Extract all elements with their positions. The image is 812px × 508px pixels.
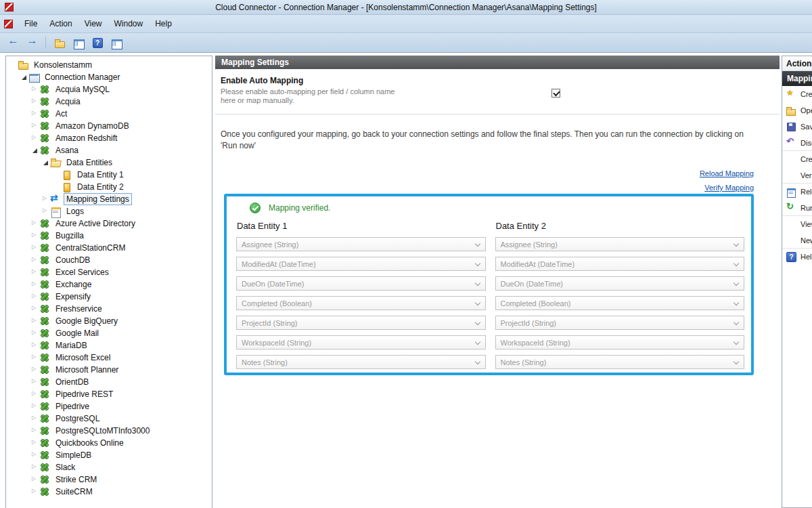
field-dropdown[interactable]: Completed (Boolean) (495, 296, 745, 310)
tree-node[interactable]: PostgreSQLtoMTInfo3000 (6, 425, 212, 437)
tree-node[interactable]: SuiteCRM (6, 486, 212, 498)
expand-arrow-icon[interactable] (30, 328, 39, 339)
tree-node[interactable]: Exchange (6, 278, 212, 291)
expand-arrow-icon[interactable] (30, 218, 39, 229)
action-item[interactable]: Help (782, 249, 812, 265)
expand-arrow-icon[interactable] (30, 413, 39, 424)
field-dropdown[interactable]: ProjectId (String) (495, 316, 745, 330)
back-button[interactable] (5, 35, 21, 50)
action-item[interactable]: Discard (782, 135, 812, 151)
tree-node[interactable]: Strike CRM (6, 473, 212, 486)
action-item[interactable]: Create (782, 86, 812, 102)
expand-arrow-icon[interactable] (30, 389, 39, 400)
tree-node[interactable]: Google Mail (6, 327, 212, 339)
tree-node[interactable]: Data Entity 1 (6, 169, 212, 181)
expand-arrow-icon[interactable] (30, 84, 39, 95)
tree-node[interactable]: Data Entities (6, 156, 212, 169)
expand-arrow-icon[interactable] (30, 401, 39, 412)
expand-arrow-icon[interactable] (41, 157, 50, 168)
tree-node[interactable]: Pipedrive REST (6, 388, 212, 400)
tree-node[interactable]: Act (6, 108, 212, 120)
expand-arrow-icon[interactable] (30, 438, 39, 448)
expand-arrow-icon[interactable] (30, 255, 39, 266)
tree-node[interactable]: Microsoft Planner (6, 364, 212, 376)
tree-node[interactable]: Slack (6, 461, 212, 473)
tree-node[interactable]: Konsolenstamm (6, 59, 212, 71)
field-dropdown[interactable]: Notes (String) (236, 355, 486, 369)
field-dropdown[interactable]: ModifiedAt (DateTime) (236, 257, 486, 271)
menu-item[interactable]: Help (149, 16, 178, 31)
tree-node[interactable]: Connection Manager (6, 71, 212, 83)
expand-arrow-icon[interactable] (30, 291, 39, 302)
export-button[interactable] (51, 35, 67, 50)
expand-arrow-icon[interactable] (30, 364, 39, 375)
field-dropdown[interactable]: DueOn (DateTime) (236, 276, 486, 291)
new-window-button[interactable] (108, 35, 124, 50)
expand-arrow-icon[interactable] (30, 230, 39, 241)
expand-arrow-icon[interactable] (41, 206, 50, 217)
field-dropdown[interactable]: ProjectId (String) (236, 316, 486, 330)
reload-mapping-link[interactable]: Reload Mapping (700, 169, 754, 177)
tree-node[interactable]: Logs (6, 205, 212, 217)
field-dropdown[interactable]: WorkspaceId (String) (236, 335, 486, 350)
action-item[interactable]: Open (782, 102, 812, 119)
tree-node[interactable]: Excel Services (6, 266, 212, 278)
tree-node[interactable]: Azure Active Directory (6, 217, 212, 230)
tree-node[interactable]: PostgreSQL (6, 412, 212, 425)
menu-item[interactable]: View (78, 16, 108, 31)
forward-button[interactable] (24, 35, 40, 50)
tree-node[interactable]: Microsoft Excel (6, 352, 212, 364)
tree-node[interactable]: Amazon Redshift (6, 132, 212, 144)
tree-node[interactable]: Amazon DynamoDB (6, 120, 212, 132)
expand-arrow-icon[interactable] (30, 486, 39, 497)
menu-item[interactable]: File (18, 16, 43, 31)
expand-arrow-icon[interactable] (30, 267, 39, 278)
field-dropdown[interactable]: Assignee (String) (495, 237, 745, 251)
expand-arrow-icon[interactable] (20, 72, 28, 83)
expand-arrow-icon[interactable] (52, 169, 61, 180)
expand-arrow-icon[interactable] (30, 279, 39, 290)
console-tree-button[interactable] (70, 35, 86, 50)
field-dropdown[interactable]: WorkspaceId (String) (495, 335, 745, 350)
expand-arrow-icon[interactable] (30, 462, 39, 473)
tree-node[interactable]: SimpleDB (6, 449, 212, 461)
expand-arrow-icon[interactable] (52, 182, 61, 192)
field-dropdown[interactable]: Assignee (String) (236, 237, 486, 251)
expand-arrow-icon[interactable] (30, 96, 39, 107)
tree-node[interactable]: Freshservice (6, 303, 212, 315)
help-button[interactable] (89, 35, 105, 50)
expand-arrow-icon[interactable] (30, 303, 39, 314)
expand-arrow-icon[interactable] (30, 450, 39, 461)
auto-mapping-checkbox[interactable] (551, 89, 560, 98)
tree-node[interactable]: Acquia MySQL (6, 83, 212, 96)
expand-arrow-icon[interactable] (30, 133, 39, 144)
expand-arrow-icon[interactable] (30, 352, 39, 363)
tree-node[interactable]: OrientDB (6, 376, 212, 388)
expand-arrow-icon[interactable] (30, 377, 39, 387)
tree-node[interactable]: Mapping Settings (6, 193, 212, 205)
field-dropdown[interactable]: Notes (String) (495, 355, 745, 369)
expand-arrow-icon[interactable] (30, 242, 39, 253)
menu-item[interactable]: Window (108, 16, 150, 31)
tree-node[interactable]: CentralStationCRM (6, 242, 212, 254)
action-item[interactable]: Reload (782, 184, 812, 200)
expand-arrow-icon[interactable] (9, 60, 18, 70)
expand-arrow-icon[interactable] (30, 425, 39, 436)
tree-node[interactable]: Pipedrive (6, 400, 212, 412)
field-dropdown[interactable]: Completed (Boolean) (236, 296, 486, 310)
field-dropdown[interactable]: ModifiedAt (DateTime) (495, 257, 745, 271)
expand-arrow-icon[interactable] (30, 474, 39, 485)
expand-arrow-icon[interactable] (30, 121, 39, 131)
action-item[interactable]: Save Ch (782, 119, 812, 135)
expand-arrow-icon[interactable] (41, 194, 50, 205)
action-item[interactable]: New Win (782, 232, 812, 249)
expand-arrow-icon[interactable] (30, 145, 39, 156)
action-item[interactable]: View (782, 216, 812, 232)
tree-node[interactable]: Asana (6, 144, 212, 156)
field-dropdown[interactable]: DueOn (DateTime) (495, 276, 745, 291)
tree-node[interactable]: Expensify (6, 291, 212, 303)
menu-item[interactable]: Action (43, 16, 78, 31)
tree-node[interactable]: MariaDB (6, 339, 212, 352)
actions-section-header[interactable]: Mapping Settings (782, 71, 812, 86)
action-item[interactable]: Run Now (782, 200, 812, 216)
